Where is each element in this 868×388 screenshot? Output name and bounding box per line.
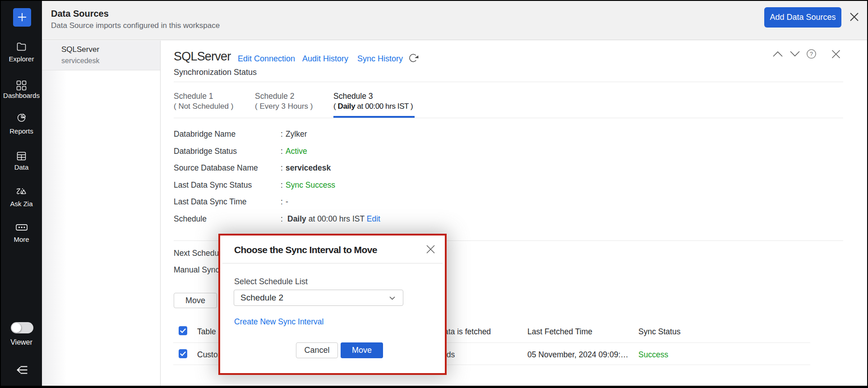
svg-text:?: ? xyxy=(810,51,813,57)
